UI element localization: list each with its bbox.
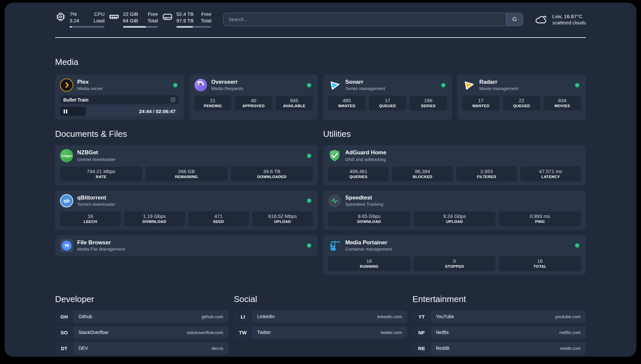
section-title-developer: Developer (55, 294, 229, 304)
now-playing-title: Bullet Train (63, 97, 88, 103)
speedtest-icon (328, 194, 341, 207)
weather-condition: scattered clouds (552, 20, 586, 25)
card-speedtest[interactable]: Speedtest Speedtest Tracking 9.65 Gbps D… (323, 190, 586, 230)
link-dev[interactable]: DT DEV dev.to (55, 342, 229, 354)
stat-ping: 0.993 ms PING (499, 211, 581, 226)
card-subtitle: Usenet downloader (77, 157, 115, 163)
link-url: linkedin.com (377, 314, 402, 319)
link-youtube[interactable]: YT YouTube youtube.com (412, 310, 586, 323)
card-overseerr[interactable]: Overseerr Media Requests 21 PENDING 40 A… (189, 75, 318, 120)
card-subtitle: Speedtest Tracking (345, 201, 383, 207)
stat-available: 945 AVAILABLE (276, 96, 313, 110)
card-title: Overseerr (211, 78, 244, 86)
adguard-icon (328, 149, 341, 162)
link-reddit[interactable]: RE Reddit reddit.com (412, 342, 586, 354)
link-netflix[interactable]: NF Netflix netflix.com (412, 326, 586, 339)
link-url: dev.to (211, 346, 223, 351)
link-name: Twitter (257, 330, 271, 335)
qbittorrent-icon-text: qb (64, 198, 70, 203)
sonarr-icon (328, 78, 341, 92)
link-stackoverflow[interactable]: SO StackOverflow stackoverflow.com (55, 326, 229, 339)
link-abbr: TW (234, 326, 252, 339)
stat-upload: 9.24 Gbps UPLOAD (413, 211, 496, 226)
nzbget-icon-text: nzbget (62, 154, 72, 158)
search-engine-button[interactable]: G (506, 13, 523, 26)
status-dot (307, 243, 311, 248)
link-url: stackoverflow.com (187, 330, 223, 335)
link-name: YouTube (436, 314, 454, 319)
stat-queries: 498,461 QUERIES (328, 167, 389, 181)
pause-icon[interactable] (64, 109, 67, 113)
status-dot (307, 198, 311, 203)
stat-wanted: 17 WANTED (462, 96, 500, 110)
link-name: StackOverflow (78, 330, 108, 335)
card-subtitle: Container management (345, 246, 392, 252)
cloud-icon (534, 13, 548, 25)
card-plex[interactable]: Plex Media server Bullet Train (55, 75, 184, 120)
card-subtitle: Media server (77, 86, 103, 92)
link-github[interactable]: GH Github github.com (55, 310, 229, 323)
playback-progress-bar[interactable]: 24:44 / 02:06:47 (60, 107, 179, 116)
search-input[interactable] (224, 13, 506, 26)
disk-total-value: 97.9 TB (176, 17, 194, 24)
card-radarr[interactable]: Radarr Movie management 17 WANTED 22 QUE… (457, 75, 586, 120)
section-title-entertainment: Entertainment (412, 294, 586, 304)
ram-total-label: Total (147, 17, 158, 24)
card-title: NZBGet (77, 149, 115, 156)
link-abbr: SO (55, 326, 73, 339)
link-abbr: LI (234, 310, 252, 323)
card-subtitle: Torrent downloader (77, 201, 115, 207)
stat-leech: 16 LEECH (60, 211, 121, 226)
now-playing-row: Bullet Train (60, 95, 179, 104)
stat-pending: 21 PENDING (194, 96, 232, 110)
card-qbittorrent[interactable]: qb qBittorrent Torrent downloader 16 (55, 190, 318, 230)
overseerr-icon (194, 78, 207, 92)
ram-free-label: Free (147, 11, 158, 17)
entertainment-section: Entertainment YT YouTube youtube.com NF … (412, 294, 586, 354)
link-linkedin[interactable]: LI LinkedIn linkedin.com (234, 310, 407, 323)
weather-location-temp: Lviv, 16.87°C (552, 13, 586, 20)
stat-rate: 744.21 Mbps RATE (60, 167, 142, 181)
stat-downloaded: 39.6 TB DOWNLOADED (231, 167, 313, 181)
card-portainer[interactable]: Media Portainer Container management 16 … (323, 235, 586, 275)
header-divider (55, 37, 586, 38)
stat-download: 1.19 Gbps DOWNLOAD (124, 211, 185, 226)
link-url: youtube.com (555, 314, 581, 319)
section-title-utilities: Utilities (323, 129, 586, 139)
stat-remaining: 266 GB REMAINING (145, 167, 228, 181)
cpu-progress-track (70, 26, 105, 28)
card-sonarr[interactable]: Sonarr Series management 485 WANTED 17 Q… (323, 75, 452, 120)
card-subtitle: DNS and adblocking (345, 157, 386, 163)
status-dot (307, 154, 311, 158)
status-dot (575, 83, 579, 87)
cpu-icon (55, 11, 66, 22)
ram-total-value: 64 GiB (123, 17, 138, 24)
status-dot (307, 83, 311, 87)
stat-queued: 22 QUEUED (503, 96, 540, 110)
stat-movies: 834 MOVIES (544, 96, 581, 110)
card-filebrowser[interactable]: File Browser Media File Management (55, 235, 318, 256)
utilities-column: Utilities (323, 129, 586, 275)
card-title: Speedtest (345, 194, 383, 201)
card-title: AdGuard Home (345, 149, 386, 156)
card-subtitle: Movie management (479, 86, 519, 92)
disk-progress-fill (176, 26, 193, 28)
developer-section: Developer GH Github github.com SO StackO… (55, 294, 229, 354)
link-abbr: GH (55, 310, 73, 323)
link-twitter[interactable]: TW Twitter twitter.com (234, 326, 407, 339)
status-dot (441, 83, 445, 87)
radarr-icon (462, 78, 475, 92)
filebrowser-icon (60, 239, 73, 252)
cpu-load-value: 3.24 (70, 17, 79, 24)
ram-icon (108, 11, 120, 22)
link-abbr: YT (412, 310, 431, 323)
ram-progress-fill (123, 26, 146, 28)
section-title-media: Media (55, 57, 586, 67)
card-subtitle: Media File Management (77, 246, 125, 252)
section-title-documents: Documents & Files (55, 129, 318, 139)
card-title: Plex (77, 78, 103, 86)
disk-icon (162, 11, 173, 22)
card-adguard[interactable]: AdGuard Home DNS and adblocking 498,461 … (323, 145, 586, 185)
cpu-percent: 7% (70, 11, 79, 17)
card-nzbget[interactable]: nzbget NZBGet Usenet downloader 744.21 M… (55, 145, 318, 185)
